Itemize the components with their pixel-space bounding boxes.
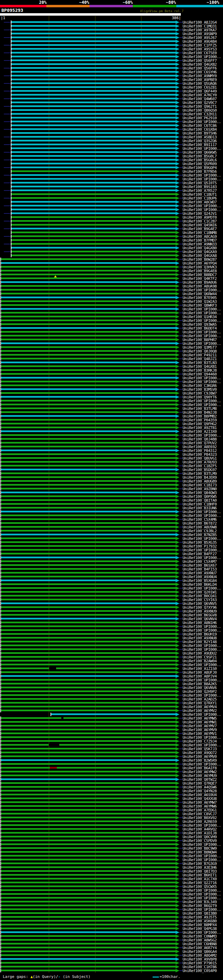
alignment-bar[interactable] xyxy=(11,251,176,252)
alignment-bar[interactable] xyxy=(51,713,176,715)
alignment-bar[interactable] xyxy=(1,629,176,631)
alignment-bar[interactable] xyxy=(1,939,176,941)
alignment-bar[interactable] xyxy=(1,801,176,803)
alignment-bar[interactable] xyxy=(1,281,176,283)
alignment-bar[interactable] xyxy=(1,901,176,902)
alignment-bar[interactable] xyxy=(11,167,176,168)
alignment-bar[interactable] xyxy=(1,847,176,849)
alignment-bar[interactable] xyxy=(11,48,176,50)
alignment-bar[interactable] xyxy=(1,388,176,390)
alignment-bar[interactable] xyxy=(1,354,176,356)
alignment-bar[interactable] xyxy=(1,445,176,447)
alignment-bar[interactable] xyxy=(1,511,176,512)
alignment-bar[interactable] xyxy=(11,147,176,149)
alignment-bar[interactable] xyxy=(1,404,176,405)
alignment-bar[interactable] xyxy=(1,878,176,880)
alignment-bar[interactable] xyxy=(1,262,176,264)
alignment-bar[interactable] xyxy=(1,369,176,371)
alignment-bar[interactable] xyxy=(1,392,176,394)
alignment-bar[interactable] xyxy=(1,648,176,650)
alignment-bar[interactable] xyxy=(1,385,176,386)
alignment-bar[interactable] xyxy=(1,756,176,757)
alignment-bar[interactable] xyxy=(1,304,176,306)
alignment-bar[interactable] xyxy=(1,862,176,864)
alignment-bar[interactable] xyxy=(11,52,176,54)
alignment-bar[interactable] xyxy=(11,25,176,27)
alignment-bar[interactable] xyxy=(11,94,176,95)
alignment-bar[interactable] xyxy=(11,67,176,69)
alignment-bar[interactable] xyxy=(1,296,176,298)
alignment-bar[interactable] xyxy=(11,243,176,245)
alignment-bar[interactable] xyxy=(1,836,176,837)
alignment-bar[interactable] xyxy=(1,316,176,317)
alignment-bar[interactable] xyxy=(1,970,176,971)
alignment-bar[interactable] xyxy=(1,396,176,398)
alignment-bar[interactable] xyxy=(1,339,176,340)
alignment-bar[interactable] xyxy=(1,817,176,818)
alignment-bar[interactable] xyxy=(1,258,176,260)
alignment-bar[interactable] xyxy=(1,775,176,776)
alignment-bar[interactable] xyxy=(1,824,176,826)
alignment-bar[interactable] xyxy=(11,216,176,218)
alignment-bar[interactable] xyxy=(1,797,176,799)
alignment-bar[interactable] xyxy=(1,717,176,719)
alignment-bar[interactable] xyxy=(1,843,176,845)
alignment-bar[interactable] xyxy=(1,675,176,677)
alignment-bar[interactable] xyxy=(1,767,176,768)
alignment-bar[interactable] xyxy=(1,821,176,822)
alignment-bar[interactable] xyxy=(1,874,176,876)
alignment-bar[interactable] xyxy=(1,706,176,708)
alignment-bar[interactable] xyxy=(1,840,176,841)
alignment-bar[interactable] xyxy=(1,744,176,746)
alignment-bar[interactable] xyxy=(1,698,176,700)
alignment-bar[interactable] xyxy=(1,610,176,612)
alignment-bar[interactable] xyxy=(11,79,176,80)
alignment-bar[interactable] xyxy=(1,606,176,608)
alignment-bar[interactable] xyxy=(1,507,176,509)
alignment-bar[interactable] xyxy=(1,331,176,333)
alignment-bar[interactable] xyxy=(11,86,176,88)
alignment-bar[interactable] xyxy=(1,885,176,887)
alignment-bar[interactable] xyxy=(11,90,176,92)
alignment-bar[interactable] xyxy=(1,805,176,807)
alignment-bar[interactable] xyxy=(1,958,176,960)
alignment-bar[interactable] xyxy=(1,361,176,363)
alignment-bar[interactable] xyxy=(1,920,176,921)
alignment-bar[interactable] xyxy=(11,170,176,172)
alignment-bar[interactable] xyxy=(1,541,176,543)
alignment-bar[interactable] xyxy=(11,136,176,138)
alignment-bar[interactable] xyxy=(1,759,176,761)
alignment-bar[interactable] xyxy=(11,83,176,84)
alignment-bar[interactable] xyxy=(1,667,176,669)
alignment-bar[interactable] xyxy=(11,56,176,57)
alignment-bar[interactable] xyxy=(1,790,176,792)
alignment-bar[interactable] xyxy=(11,63,176,65)
alignment-bar[interactable] xyxy=(1,690,176,692)
alignment-bar[interactable] xyxy=(1,293,176,294)
alignment-bar[interactable] xyxy=(11,189,176,191)
alignment-bar[interactable] xyxy=(1,442,176,444)
alignment-bar[interactable] xyxy=(1,794,176,795)
alignment-bar[interactable] xyxy=(1,935,176,937)
alignment-bar[interactable] xyxy=(1,576,176,578)
alignment-bar[interactable] xyxy=(1,908,176,910)
alignment-bar[interactable] xyxy=(11,105,176,107)
alignment-bar[interactable] xyxy=(1,786,176,788)
alignment-bar[interactable] xyxy=(11,159,176,161)
alignment-bar[interactable] xyxy=(1,660,176,662)
alignment-bar[interactable] xyxy=(1,809,176,811)
alignment-bar[interactable] xyxy=(11,29,176,30)
alignment-bar[interactable] xyxy=(11,186,176,188)
alignment-bar[interactable] xyxy=(1,614,176,616)
alignment-bar[interactable] xyxy=(1,473,176,474)
alignment-bar[interactable] xyxy=(1,518,176,520)
alignment-bar[interactable] xyxy=(1,916,176,918)
alignment-bar[interactable] xyxy=(1,407,176,409)
alignment-bar[interactable] xyxy=(1,564,176,566)
alignment-bar[interactable] xyxy=(1,545,176,547)
alignment-bar[interactable] xyxy=(1,851,176,853)
alignment-bar[interactable] xyxy=(11,155,176,157)
alignment-bar[interactable] xyxy=(1,656,176,658)
alignment-bar[interactable] xyxy=(1,480,176,482)
alignment-bar[interactable] xyxy=(1,679,176,681)
